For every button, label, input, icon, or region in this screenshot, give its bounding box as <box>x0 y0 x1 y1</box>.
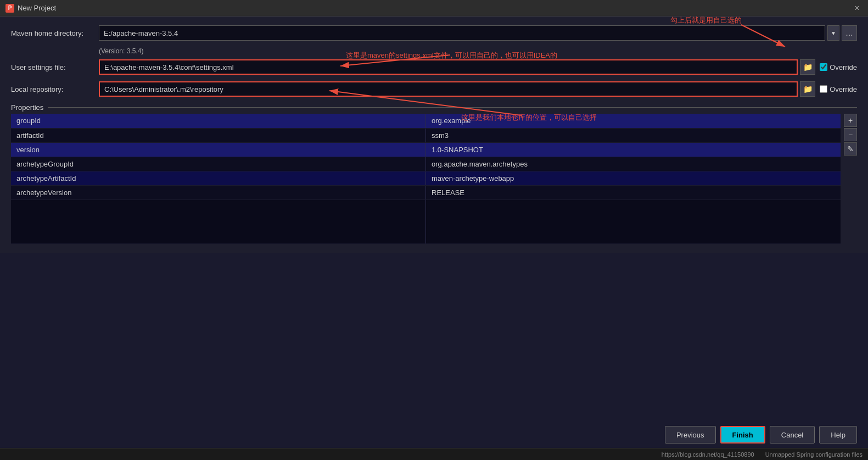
help-button[interactable]: Help <box>819 426 857 444</box>
table-row[interactable]: archetypeArtifactId maven-archetype-weba… <box>11 171 841 185</box>
properties-table: groupId org.example artifactId ssm3 vers… <box>11 114 841 244</box>
annotation-top: 勾上后就是用自己选的 <box>670 15 742 25</box>
property-value: ssm3 <box>426 128 841 142</box>
local-repo-row: Local repository: 📁 Override <box>11 81 857 97</box>
property-key: groupId <box>11 114 426 128</box>
user-settings-override-area: Override <box>820 63 857 71</box>
local-repo-label: Local repository: <box>11 85 99 93</box>
status-url: https://blog.csdn.net/qq_41150890 <box>662 451 754 458</box>
maven-home-label: Maven home directory: <box>11 29 99 37</box>
table-row[interactable]: archetypeVersion RELEASE <box>11 185 841 199</box>
properties-side-buttons: + − ✎ <box>844 114 857 156</box>
finish-button[interactable]: Finish <box>720 426 765 444</box>
properties-section: Properties groupId org.example artifactI… <box>11 103 857 244</box>
local-repo-override-area: Override <box>820 85 857 93</box>
user-settings-row: User settings file: 📁 Override <box>11 59 857 75</box>
user-settings-override-label: Override <box>830 63 857 71</box>
table-row-empty <box>11 199 841 243</box>
dialog-title: New Project <box>18 4 56 12</box>
table-row[interactable]: version 1.0-SNAPSHOT <box>11 142 841 157</box>
local-repo-input-area: 📁 <box>99 81 815 97</box>
user-settings-label: User settings file: <box>11 63 99 71</box>
annotation-bottom: 这里是我们本地仓库的位置，可以自己选择 <box>461 113 597 123</box>
close-button[interactable]: × <box>852 3 863 14</box>
maven-home-input-area: ▼ … <box>99 25 857 41</box>
property-key: version <box>11 142 426 157</box>
local-repo-override-label: Override <box>830 85 857 93</box>
property-value: org.apache.maven.archetypes <box>426 157 841 171</box>
properties-header: Properties <box>11 103 857 112</box>
user-settings-browse-button[interactable]: 📁 <box>800 59 815 75</box>
property-value: RELEASE <box>426 185 841 199</box>
remove-property-button[interactable]: − <box>844 128 857 141</box>
title-bar: P New Project × <box>0 0 868 16</box>
properties-wrapper: groupId org.example artifactId ssm3 vers… <box>11 114 841 244</box>
annotation-middle: 这里是maven的settings.xml文件，可以用自己的，也可以用IDEA的 <box>346 51 557 60</box>
table-row[interactable]: archetypeGroupId org.apache.maven.archet… <box>11 157 841 171</box>
property-key: artifactId <box>11 128 426 142</box>
add-property-button[interactable]: + <box>844 114 857 127</box>
maven-home-row: Maven home directory: ▼ … <box>11 25 857 41</box>
status-bar: https://blog.csdn.net/qq_41150890 Unmapp… <box>0 448 868 460</box>
app-icon: P <box>5 4 14 13</box>
status-message: Unmapped Spring configuration files <box>765 451 863 458</box>
property-key: archetypeVersion <box>11 185 426 199</box>
local-repo-input[interactable] <box>99 81 798 97</box>
property-value: 1.0-SNAPSHOT <box>426 142 841 157</box>
property-key: archetypeGroupId <box>11 157 426 171</box>
user-settings-input[interactable] <box>99 59 798 75</box>
local-repo-browse-button[interactable]: 📁 <box>800 81 815 97</box>
maven-home-input[interactable] <box>99 25 825 41</box>
bottom-buttons: Previous Finish Cancel Help <box>665 426 857 444</box>
table-row[interactable]: artifactId ssm3 <box>11 128 841 142</box>
property-value: maven-archetype-webapp <box>426 171 841 185</box>
property-key: archetypeArtifactId <box>11 171 426 185</box>
user-settings-override-checkbox[interactable] <box>820 63 827 71</box>
table-row[interactable]: groupId org.example <box>11 114 841 128</box>
previous-button[interactable]: Previous <box>665 426 716 444</box>
user-settings-input-area: 📁 <box>99 59 815 75</box>
local-repo-override-checkbox[interactable] <box>820 85 827 93</box>
maven-home-dropdown-button[interactable]: ▼ <box>827 25 839 41</box>
cancel-button[interactable]: Cancel <box>770 426 815 444</box>
maven-home-browse-button[interactable]: … <box>842 25 857 41</box>
edit-property-button[interactable]: ✎ <box>844 142 857 156</box>
